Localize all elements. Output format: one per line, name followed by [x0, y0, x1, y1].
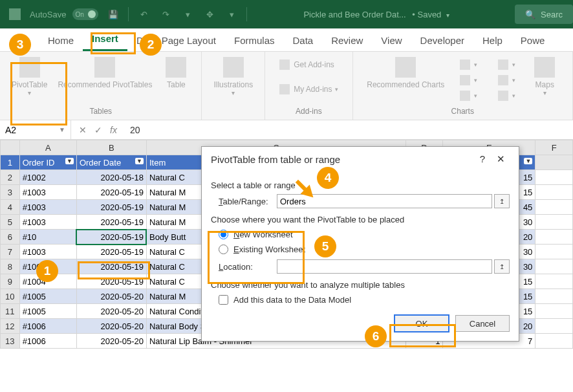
autosave-toggle[interactable]: On: [72, 8, 98, 20]
callout-badge-6: 6: [365, 325, 387, 347]
qat-overflow-icon[interactable]: ▾: [182, 8, 193, 20]
collapse-range-button[interactable]: ↥: [494, 194, 510, 208]
column-header[interactable]: B: [76, 140, 146, 155]
placement-label: Choose where you want the PivotTable to …: [211, 215, 510, 224]
tab-help[interactable]: Help: [473, 30, 512, 51]
pivottable-button[interactable]: PivotTable▾: [6, 54, 52, 99]
chart-type-3[interactable]: ▾: [455, 88, 482, 103]
touch-mode-icon[interactable]: ✥: [204, 8, 215, 20]
table-button[interactable]: Table: [157, 54, 195, 92]
save-status: • Saved: [412, 10, 441, 19]
formula-value[interactable]: 20: [125, 125, 146, 135]
redo-icon[interactable]: ↷: [160, 8, 171, 20]
table-header[interactable]: [535, 155, 573, 170]
column-header[interactable]: [1, 140, 20, 155]
my-addins-button[interactable]: My Add-ins ▾: [274, 82, 343, 97]
maps-button[interactable]: Maps▾: [526, 54, 563, 99]
tab-view[interactable]: View: [372, 30, 411, 51]
ribbon-group-addins: Get Add-ins My Add-ins ▾ Add-ins: [265, 52, 352, 120]
formula-bar: A2▼ ✕✓fx 20: [0, 120, 573, 140]
recommended-charts-button[interactable]: Recommended Charts: [362, 54, 449, 92]
cancel-button[interactable]: Cancel: [455, 315, 510, 332]
ok-button[interactable]: OK: [395, 315, 449, 332]
row-header[interactable]: 1: [1, 155, 20, 170]
help-button[interactable]: ?: [473, 153, 492, 165]
data-model-checkbox[interactable]: Add this data to the Data Model: [219, 295, 510, 305]
title-bar: AutoSave On 💾 ↶ ↷ ▾ ✥ ▾ Pickle and Bee O…: [0, 0, 573, 28]
location-input[interactable]: [277, 259, 492, 274]
search-box[interactable]: 🔍 Searc: [515, 5, 573, 24]
ribbon-tabs: HomeInsertDPage LayoutFormulasDataReview…: [0, 28, 573, 52]
chart-type-1[interactable]: ▾: [455, 57, 482, 72]
ribbon-group-tables: PivotTable▾ Recommended PivotTables Tabl…: [0, 52, 202, 120]
tab-data[interactable]: Data: [283, 30, 322, 51]
close-button[interactable]: ✕: [492, 153, 510, 165]
location-label: Location:: [219, 262, 277, 272]
ribbon-group-charts: Recommended Charts ▾ ▾ ▾ ▾ ▾ ▾ Maps▾ Cha…: [353, 52, 573, 120]
collapse-location-button[interactable]: ↥: [494, 259, 510, 274]
search-icon: 🔍: [525, 10, 535, 19]
ribbon: PivotTable▾ Recommended PivotTables Tabl…: [0, 52, 573, 120]
callout-badge-4: 4: [317, 167, 339, 189]
chart-type-2[interactable]: ▾: [455, 72, 482, 88]
table-range-label: Table/Range:: [219, 197, 277, 206]
dropdown-icon[interactable]: ▾: [226, 8, 237, 20]
multiple-tables-label: Choose whether you want to analyze multi…: [211, 280, 510, 290]
callout-badge-5: 5: [314, 235, 336, 257]
table-header[interactable]: Order ID▼: [19, 155, 76, 170]
callout-badge-3: 3: [9, 34, 31, 56]
tab-formulas[interactable]: Formulas: [225, 30, 284, 51]
column-header[interactable]: A: [19, 140, 76, 155]
save-icon[interactable]: 💾: [107, 8, 119, 20]
pivottable-dialog: PivotTable from table or range ? ✕ Selec…: [201, 146, 519, 342]
tab-page-layout[interactable]: Page Layout: [153, 30, 225, 51]
file-name: Pickle and Bee Order Dat... • Saved ▾: [251, 10, 502, 19]
cancel-icon[interactable]: ✕: [79, 125, 87, 135]
tab-review[interactable]: Review: [322, 30, 372, 51]
recommended-pivottables-button[interactable]: Recommended PivotTables: [52, 54, 157, 92]
chart-type-4[interactable]: ▾: [493, 57, 521, 72]
tab-powe[interactable]: Powe: [512, 30, 554, 51]
excel-icon: [9, 8, 21, 20]
table-header[interactable]: Order Date▼: [76, 155, 146, 170]
chart-type-6[interactable]: ▾: [493, 88, 521, 103]
fx-icon[interactable]: fx: [110, 125, 117, 135]
existing-worksheet-radio[interactable]: Existing Worksheet: [219, 245, 510, 254]
tab-developer[interactable]: Developer: [411, 30, 473, 51]
new-worksheet-radio[interactable]: New Worksheet: [219, 230, 510, 239]
undo-icon[interactable]: ↶: [138, 8, 149, 20]
ribbon-group-illustrations: Illustrations▾: [202, 52, 265, 120]
callout-badge-1: 1: [36, 260, 58, 282]
dialog-title: PivotTable from table or range: [211, 154, 340, 165]
column-header[interactable]: F: [535, 140, 573, 155]
callout-badge-2: 2: [140, 34, 162, 56]
get-addins-button[interactable]: Get Add-ins: [274, 57, 343, 72]
illustrations-button[interactable]: Illustrations▾: [208, 54, 258, 99]
tab-home[interactable]: Home: [39, 30, 83, 51]
tab-insert[interactable]: Insert: [83, 28, 127, 51]
autosave-label: AutoSave: [30, 10, 66, 19]
enter-icon[interactable]: ✓: [94, 125, 102, 135]
chart-type-5[interactable]: ▾: [493, 72, 521, 88]
select-range-label: Select a table or range: [211, 180, 510, 190]
name-box[interactable]: A2▼: [0, 120, 71, 139]
